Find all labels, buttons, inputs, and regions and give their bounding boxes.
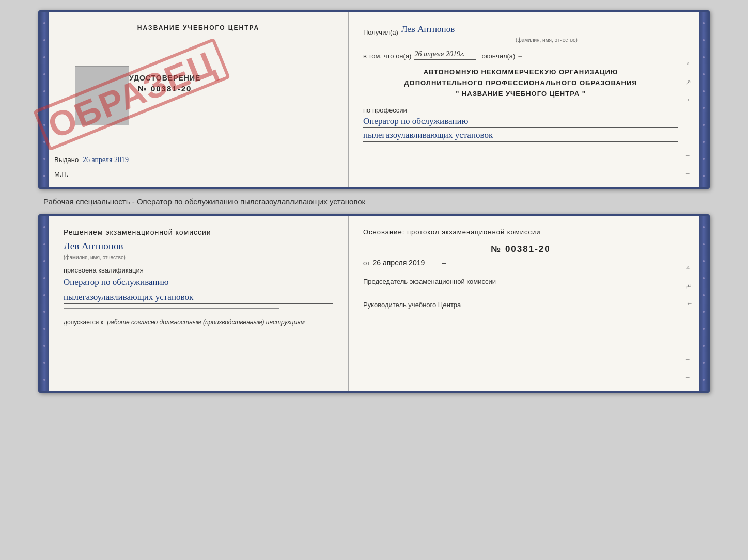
vtom-date: 26 апреля 2019г.	[414, 50, 476, 60]
bottom-fio-sublabel: (фамилия, имя, отчество)	[64, 253, 167, 260]
vtom-row: в том, что он(а) 26 апреля 2019г. окончи…	[363, 50, 678, 60]
top-right-page: Получил(а) Лев Антпонов – (фамилия, имя,…	[349, 12, 699, 187]
top-left-title: НАЗВАНИЕ УЧЕБНОГО ЦЕНТРА	[64, 24, 333, 31]
right-edge-dashes-bottom: ––и,а←––––	[686, 216, 693, 391]
bottom-person-name: Лев Антпонов	[64, 241, 333, 252]
vydano-label: Выдано	[54, 156, 79, 164]
ot-label: от	[363, 259, 370, 267]
vydano-block: Выдано 26 апреля 2019	[54, 156, 129, 164]
osnov-label: Основание: протокол экзаменационной коми…	[363, 228, 678, 236]
poluchil-row: Получил(а) Лев Антпонов –	[363, 24, 678, 36]
blank-line-2	[64, 312, 279, 312]
blank-line-3	[64, 329, 279, 329]
prof-line2: пылегазоулавливающих установок	[363, 130, 678, 142]
right-edge-dashes: ––и,а←––––	[686, 12, 693, 187]
document-container: НАЗВАНИЕ УЧЕБНОГО ЦЕНТРА ОБРАЗЕЦ УДОСТОВ…	[38, 10, 710, 393]
org-line2: ДОПОЛНИТЕЛЬНОГО ПРОФЕССИОНАЛЬНОГО ОБРАЗО…	[363, 78, 678, 89]
top-certificate-book: НАЗВАНИЕ УЧЕБНОГО ЦЕНТРА ОБРАЗЕЦ УДОСТОВ…	[38, 10, 710, 189]
rukovoditel-sig-line	[363, 313, 435, 313]
protocol-date: 26 апреля 2019	[373, 259, 425, 267]
poluchil-value: Лев Антпонов	[401, 24, 672, 36]
udost-block: УДОСТОВЕРЕНИЕ № 00381-20	[129, 74, 200, 93]
dopusk-prefix: допускается к	[64, 318, 103, 326]
udost-number: № 00381-20	[129, 84, 200, 93]
bottom-certificate-book: Решением экзаменационной комиссии Лев Ан…	[38, 214, 710, 393]
prisvoena-label: присвоена квалификация	[64, 266, 333, 274]
blank-line-1	[64, 308, 279, 309]
dopusk-value: работе согласно должностным (производств…	[107, 318, 305, 326]
subtitle: Рабочая специальность - Оператор по обсл…	[38, 197, 365, 206]
okonchil-label: окончил(а)	[481, 52, 515, 60]
resheniem-label: Решением экзаменационной комиссии	[64, 228, 333, 236]
org-line3: " НАЗВАНИЕ УЧЕБНОГО ЦЕНТРА "	[363, 89, 678, 100]
kvali-line1: Оператор по обслуживанию	[64, 277, 333, 289]
dopusk-block: допускается к работе согласно должностны…	[64, 318, 333, 326]
protocol-date-row: от 26 апреля 2019 –	[363, 259, 678, 267]
vydano-date: 26 апреля 2019	[83, 156, 129, 165]
kvali-line2: пылегазоулавливающих установок	[64, 292, 333, 304]
protocol-number: № 00381-20	[363, 244, 678, 254]
left-spine	[40, 12, 49, 187]
mp-label: М.П.	[54, 170, 68, 178]
predsedatel-label: Председатель экзаменационной комиссии	[363, 277, 678, 286]
org-line1: АВТОНОМНУЮ НЕКОММЕРЧЕСКУЮ ОРГАНИЗАЦИЮ	[363, 67, 678, 78]
fio-sublabel-top: (фамилия, имя, отчество)	[415, 37, 678, 43]
bottom-left-page: Решением экзаменационной комиссии Лев Ан…	[49, 216, 349, 391]
left-spine-bottom	[40, 216, 49, 391]
po-professii-label: по профессии	[363, 106, 678, 114]
udost-label: УДОСТОВЕРЕНИЕ	[129, 74, 200, 82]
right-spine-top	[699, 12, 708, 187]
vtom-label: в том, что он(а)	[363, 52, 411, 60]
org-block: АВТОНОМНУЮ НЕКОММЕРЧЕСКУЮ ОРГАНИЗАЦИЮ ДО…	[363, 67, 678, 99]
photo-placeholder	[75, 66, 129, 125]
rukovoditel-label: Руководитель учебного Центра	[363, 300, 678, 310]
obrazec-stamp-text: ОБРАЗЕЦ	[33, 38, 230, 151]
predsedatel-sig-line	[363, 290, 435, 290]
top-left-page: НАЗВАНИЕ УЧЕБНОГО ЦЕНТРА ОБРАЗЕЦ УДОСТОВ…	[49, 12, 349, 187]
right-spine-bottom	[699, 216, 708, 391]
poluchil-label: Получил(а)	[363, 28, 398, 36]
bottom-right-page: Основание: протокол экзаменационной коми…	[349, 216, 699, 391]
prof-line1: Оператор по обслуживанию	[363, 116, 678, 128]
